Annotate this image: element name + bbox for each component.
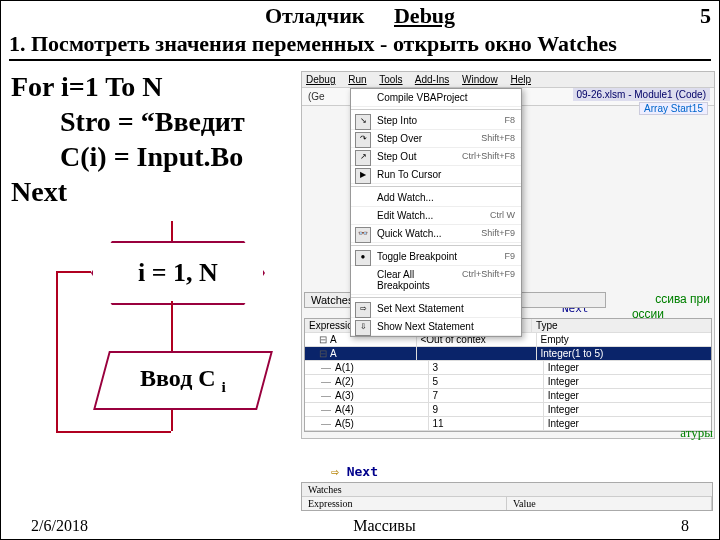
parallelogram-text: Ввод C i <box>140 365 226 396</box>
watch-row[interactable]: A(5) 11 Integer <box>305 417 711 431</box>
arrow-icon: ⇨ <box>331 464 339 479</box>
menu-separator <box>351 109 521 110</box>
menu-set-next[interactable]: ⇨Set Next Statement <box>351 300 521 318</box>
text-fragment: ссива при <box>655 292 710 306</box>
code-l4: Next <box>11 176 67 207</box>
menu-item[interactable]: Run <box>348 74 366 85</box>
debug-dropdown: Compile VBAProject ↘Step IntoF8 ↷Step Ov… <box>350 88 522 337</box>
slide: Отладчик Debug 5 1. Посмотреть значения … <box>0 0 720 540</box>
title-row: Отладчик Debug <box>1 3 719 29</box>
menu-step-over[interactable]: ↷Step OverShift+F8 <box>351 130 521 148</box>
show-next-icon: ⇩ <box>355 320 371 336</box>
menu-item[interactable]: Tools <box>379 74 402 85</box>
step-over-icon: ↷ <box>355 132 371 148</box>
footer-mid: Массивы <box>353 517 415 535</box>
menu-separator <box>351 245 521 246</box>
subtitle: 1. Посмотреть значения переменных - откр… <box>9 31 711 61</box>
slide-footer: 2/6/2018 Массивы 8 <box>1 517 719 535</box>
footer-date: 2/6/2018 <box>31 517 88 535</box>
flow-parallelogram: Ввод C i <box>93 351 273 410</box>
toolbar-frag: (Ge <box>308 91 325 102</box>
title-left: Отладчик <box>265 3 365 29</box>
text-fragment: атуры <box>680 425 713 441</box>
watch-row[interactable]: A(1) 3 Integer <box>305 361 711 375</box>
flow-line <box>56 271 58 431</box>
watch-row[interactable]: A(2) 5 Integer <box>305 375 711 389</box>
next-fragment: ⇨ Next <box>331 464 378 479</box>
menu-quick-watch[interactable]: 👓Quick Watch...Shift+F9 <box>351 225 521 243</box>
flow-hexagon: i = 1, N <box>91 241 265 305</box>
code-l3: C(i) = Input.Bo <box>11 141 243 172</box>
page-number: 5 <box>700 3 711 29</box>
menu-item[interactable]: Add-Ins <box>415 74 449 85</box>
code-l1: For i=1 To N <box>11 71 163 102</box>
menu-compile[interactable]: Compile VBAProject <box>351 89 521 107</box>
watches2-header: Expression Value <box>302 496 712 510</box>
menu-edit-watch[interactable]: Edit Watch...Ctrl W <box>351 207 521 225</box>
quick-watch-icon: 👓 <box>355 227 371 243</box>
menu-add-watch[interactable]: Add Watch... <box>351 189 521 207</box>
ide-screenshot: Debug Run Tools Add-Ins Window Help 09-2… <box>301 71 715 439</box>
proc-selector[interactable]: Array Start15 <box>639 102 708 115</box>
flow-line <box>171 301 173 351</box>
watches-panel-2: Watches Expression Value <box>301 482 713 511</box>
watch-row[interactable]: A(4) 9 Integer <box>305 403 711 417</box>
menu-item[interactable]: Help <box>510 74 531 85</box>
step-out-icon: ↗ <box>355 150 371 166</box>
menu-item[interactable]: Debug <box>306 74 335 85</box>
module-title: 09-26.xlsm - Module1 (Code) <box>573 88 711 101</box>
footer-num: 8 <box>681 517 689 535</box>
next-keyword: Next <box>347 464 378 479</box>
col-type: Type <box>532 319 711 332</box>
set-next-icon: ⇨ <box>355 302 371 318</box>
run-cursor-icon: ▶ <box>355 168 371 184</box>
menu-step-out[interactable]: ↗Step OutCtrl+Shift+F8 <box>351 148 521 166</box>
flow-line <box>56 271 91 273</box>
watches2-title: Watches <box>302 483 712 496</box>
menu-run-to-cursor[interactable]: ▶Run To Cursor <box>351 166 521 184</box>
watch-row[interactable]: A(3) 7 Integer <box>305 389 711 403</box>
ide-menubar: Debug Run Tools Add-Ins Window Help <box>302 72 714 88</box>
menu-separator <box>351 186 521 187</box>
code-l2: Stro = “Введит <box>11 106 245 137</box>
breakpoint-icon: ● <box>355 250 371 266</box>
flow-line <box>171 221 173 241</box>
menu-clear-breakpoints[interactable]: Clear All BreakpointsCtrl+Shift+F9 <box>351 266 521 295</box>
menu-item[interactable]: Window <box>462 74 498 85</box>
hexagon-text: i = 1, N <box>138 258 218 288</box>
step-into-icon: ↘ <box>355 114 371 130</box>
menu-step-into[interactable]: ↘Step IntoF8 <box>351 112 521 130</box>
title-right: Debug <box>394 3 455 29</box>
flow-line <box>56 431 171 433</box>
watch-row-selected[interactable]: A Integer(1 to 5) <box>305 347 711 361</box>
menu-show-next[interactable]: ⇩Show Next Statement <box>351 318 521 336</box>
menu-toggle-breakpoint[interactable]: ●Toggle BreakpointF9 <box>351 248 521 266</box>
menu-separator <box>351 297 521 298</box>
